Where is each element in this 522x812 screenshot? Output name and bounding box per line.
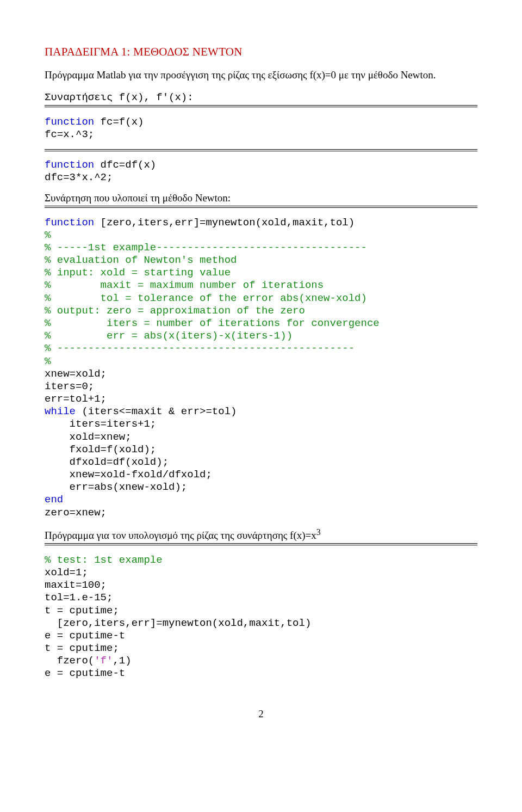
keyword-function: function: [45, 116, 94, 128]
code-line: fzero(: [45, 655, 94, 667]
comment-line: % err = abs(x(iters)-x(iters-1)): [45, 330, 293, 342]
code-block-f: function fc=f(x) fc=x.^3;: [45, 116, 477, 141]
code-line: err=abs(xnew-xold);: [45, 481, 187, 493]
comment-line: % output: zero = approximation of the ze…: [45, 305, 305, 317]
comment-line: % --------------------------------------…: [45, 342, 355, 354]
keyword-while: while: [45, 405, 76, 417]
comment-line: % tol = tolerance of the error abs(xnew-…: [45, 292, 367, 304]
heading-test: Πρόγραμμα για τον υπολογισμό της ρίζας τ…: [45, 527, 477, 544]
comment-line: % -----1st example----------------------…: [45, 242, 367, 254]
section-test-heading: Πρόγραμμα για τον υπολογισμό της ρίζας τ…: [45, 527, 477, 545]
code-block-df: function dfc=df(x) dfc=3*x.^2;: [45, 159, 477, 184]
code-line: [zero,iters,err]=mynewton(xold,maxit,tol…: [45, 617, 311, 629]
page-number: 2: [45, 708, 477, 721]
comment-line: % iters = number of iterations for conve…: [45, 317, 380, 329]
code-line: iters=0;: [45, 380, 94, 392]
heading-test-sup: 3: [316, 527, 321, 537]
heading-newton: Συνάρτηση που υλοποιεί τη μέθοδο Newton:: [45, 192, 477, 206]
divider: [45, 149, 477, 151]
keyword-end: end: [45, 494, 63, 506]
heading-test-text: Πρόγραμμα για τον υπολογισμό της ρίζας τ…: [45, 530, 316, 541]
code-block-newton: function [zero,iters,err]=mynewton(xold,…: [45, 217, 477, 519]
code-line: [zero,iters,err]=mynewton(xold,maxit,tol…: [94, 217, 355, 229]
code-line: dfc=df(x): [94, 159, 156, 171]
code-line: dfc=3*x.^2;: [45, 171, 113, 183]
code-line: fxold=f(xold);: [45, 444, 156, 456]
code-block-test: % test: 1st example xold=1; maxit=100; t…: [45, 554, 477, 680]
code-line: e = cputime-t: [45, 667, 125, 679]
page-title: ΠΑΡΑΔΕΙΓΜΑ 1: ΜΕΘΟΔΟΣ NEWTON: [45, 45, 477, 59]
code-line: e = cputime-t: [45, 630, 125, 642]
code-line: xnew=xold-fxold/dfxold;: [45, 469, 212, 481]
string-literal: 'f': [94, 655, 113, 667]
code-line: xold=1;: [45, 567, 88, 579]
code-line: err=tol+1;: [45, 393, 107, 405]
comment-line: %: [45, 355, 51, 367]
keyword-function: function: [45, 159, 94, 171]
code-line: maxit=100;: [45, 579, 107, 591]
code-line: ,1): [113, 655, 131, 667]
comment-line: % evaluation of Newton's method: [45, 254, 237, 266]
code-line: (iters<=maxit & err>=tol): [76, 405, 237, 417]
code-line: fc=f(x): [94, 116, 144, 128]
keyword-function: function: [45, 217, 94, 229]
code-line: fc=x.^3;: [45, 128, 94, 140]
comment-line: % input: xold = starting value: [45, 267, 231, 279]
section-newton-heading: Συνάρτηση που υλοποιεί τη μέθοδο Newton:: [45, 192, 477, 208]
code-line: tol=1.e-15;: [45, 592, 113, 604]
section-functions-heading: Συναρτήσεις f(x), f'(x):: [45, 91, 477, 107]
code-line: t = cputime;: [45, 605, 119, 617]
code-line: xold=xnew;: [45, 431, 132, 443]
heading-functions: Συναρτήσεις f(x), f'(x):: [45, 91, 477, 106]
comment-line: % test: 1st example: [45, 554, 163, 566]
code-line: xnew=xold;: [45, 368, 107, 380]
comment-line: %: [45, 229, 51, 241]
code-line: t = cputime;: [45, 642, 119, 654]
intro-paragraph: Πρόγραμμα Matlab για την προσέγγιση της …: [45, 69, 477, 82]
code-line: dfxold=df(xold);: [45, 456, 169, 468]
code-line: iters=iters+1;: [45, 418, 156, 430]
code-line: zero=xnew;: [45, 507, 107, 519]
comment-line: % maxit = maximum number of iterations: [45, 279, 324, 291]
